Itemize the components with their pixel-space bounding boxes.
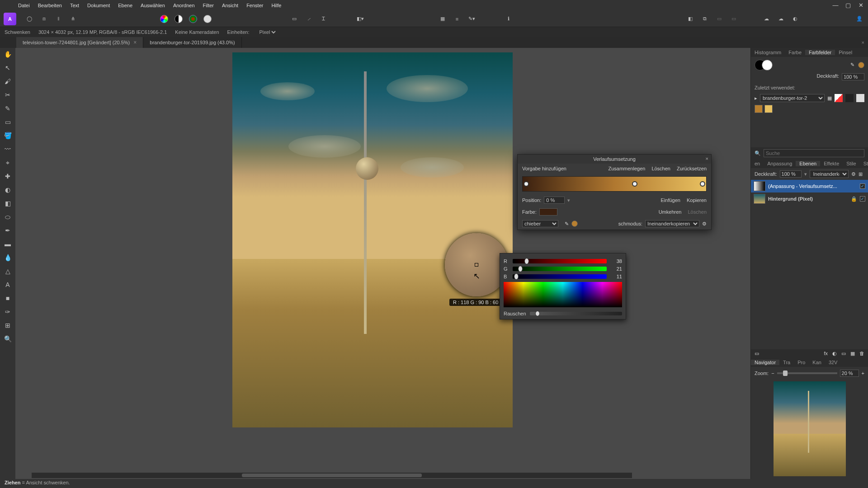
stepper-icon[interactable]: ▾	[804, 171, 807, 177]
menu-item[interactable]: Text	[70, 3, 79, 8]
minimize-icon[interactable]: —	[832, 2, 839, 9]
grid-icon[interactable]: ▦	[827, 95, 832, 101]
navigator-thumbnail[interactable]	[774, 381, 846, 476]
zoom-out-icon[interactable]: −	[771, 371, 774, 376]
stepper-icon[interactable]: ▾	[567, 197, 570, 203]
canvas-viewport[interactable]: ↖ R : 118 G : 90 B : 60 Verlaufsumsetzun…	[15, 48, 750, 479]
search-input[interactable]	[764, 149, 864, 157]
panel-tab[interactable]: Navigator	[751, 360, 779, 365]
lasso-icon[interactable]: ⟋	[304, 14, 314, 24]
zoom-tool-icon[interactable]: 🔍	[3, 335, 12, 344]
panel-tab[interactable]: 32V	[825, 360, 841, 365]
noise-slider[interactable]	[530, 312, 622, 315]
shape-tool-icon[interactable]: ■	[3, 295, 12, 304]
adjust-icon[interactable]: ◐	[832, 351, 837, 357]
zoom-input[interactable]	[840, 370, 859, 377]
color-swatch[interactable]	[539, 208, 557, 216]
panel-tab[interactable]: Kan	[809, 360, 825, 365]
pen-tool-icon[interactable]: ✒	[3, 227, 12, 236]
triangle-icon[interactable]: ▸	[755, 95, 757, 101]
layer-row[interactable]: (Anpassung - Verlaufsumsetz...	[751, 180, 868, 192]
cube-icon[interactable]: ⧈	[39, 14, 49, 24]
swatch-icon[interactable]	[858, 62, 864, 68]
maximize-icon[interactable]: ▢	[844, 2, 852, 9]
invert-button[interactable]: Umkehren	[659, 209, 682, 215]
lock-icon[interactable]: ⊞	[859, 171, 863, 177]
refresh-icon[interactable]: ◯	[24, 14, 34, 24]
red-slider[interactable]	[513, 259, 607, 263]
panel-tab[interactable]: Anpassung	[764, 161, 796, 166]
brush-tool-icon[interactable]: 🖌	[3, 78, 12, 87]
panel-tab[interactable]: Ebenen	[796, 161, 820, 166]
gradient-tool-icon[interactable]: ▬	[3, 240, 12, 249]
plain-circle-icon[interactable]	[203, 14, 212, 24]
hand-tool-icon[interactable]: ✋	[3, 51, 12, 60]
units-select[interactable]: Pixel	[257, 29, 277, 35]
swatch-preset[interactable]	[845, 94, 854, 102]
close-icon[interactable]: ✕	[857, 2, 864, 9]
marquee-icon[interactable]: ▭	[289, 14, 299, 24]
trash-icon[interactable]: 🗑	[859, 351, 864, 357]
delete-button[interactable]: Löschen	[651, 166, 670, 171]
heal-tool-icon[interactable]: ✚	[3, 173, 12, 182]
gradient-stop[interactable]	[632, 181, 637, 187]
cloud1-icon[interactable]: ☁	[761, 14, 771, 24]
panel-tab[interactable]: Pinsel	[835, 50, 856, 55]
visibility-checkbox[interactable]	[860, 196, 865, 202]
menu-item[interactable]: Anordnen	[173, 3, 195, 8]
move-tool-icon[interactable]: ↖	[3, 64, 12, 73]
layer-row[interactable]: Hintergrund (Pixel) 🔒	[751, 192, 868, 205]
gear-icon[interactable]: ⚙	[851, 171, 856, 177]
menu-item[interactable]: Hilfe	[271, 3, 281, 8]
bw-circle-icon[interactable]	[174, 14, 184, 24]
blue-slider[interactable]	[513, 274, 607, 279]
eraser-tool-icon[interactable]: ◧	[3, 200, 12, 209]
panel-tab[interactable]: Farbe	[785, 50, 805, 55]
menu-item[interactable]: Bearbeiten	[38, 3, 62, 8]
text-tool-icon[interactable]: A	[3, 281, 12, 290]
recent-swatch[interactable]	[755, 105, 763, 113]
swatch-preset[interactable]	[835, 94, 843, 102]
delete-stop-button[interactable]: Löschen	[688, 209, 707, 215]
eyedropper-icon[interactable]: ✎	[850, 62, 854, 68]
gradient-map-dialog[interactable]: Verlaufsumsetzung × Vorgabe hinzufügen Z…	[517, 154, 712, 230]
menu-item[interactable]: Datei	[18, 3, 30, 8]
reset-button[interactable]: Zurücksetzen	[677, 166, 707, 171]
close-all-icon[interactable]: ×	[862, 40, 864, 45]
text-cursor-icon[interactable]: Ꮖ	[318, 14, 328, 24]
gear-icon[interactable]: ⚙	[702, 221, 707, 227]
close-tab-icon[interactable]: ×	[133, 39, 137, 46]
zoom-slider[interactable]	[777, 372, 837, 374]
insert-button[interactable]: Einfügen	[661, 197, 680, 203]
group-icon[interactable]: ▭	[841, 351, 846, 357]
layer-mask-icon[interactable]: ▭	[755, 351, 759, 357]
slider-mode-select[interactable]: chieber	[522, 220, 558, 227]
fg-bg-swatches[interactable]	[755, 60, 773, 70]
document-tab[interactable]: television-tower-7244801.jpg [Geändert] …	[16, 37, 143, 48]
color-spectrum[interactable]	[504, 282, 622, 307]
clone-tool-icon[interactable]: ⌖	[3, 159, 12, 168]
asset-select[interactable]: brandenburger-tor-2	[760, 94, 825, 102]
mesh-tool-icon[interactable]: ⊞	[3, 322, 12, 331]
marquee-tool-icon[interactable]: ▭	[3, 118, 12, 127]
layer-dup-icon[interactable]: ⧉	[700, 14, 710, 24]
close-dialog-icon[interactable]: ×	[706, 156, 708, 161]
panel-tab[interactable]: Stock	[860, 161, 868, 166]
layer-opt3-icon[interactable]: ▭	[714, 14, 724, 24]
document-tab[interactable]: brandenburger-tor-201939.jpg (43.0%)	[143, 37, 241, 48]
panel-tab[interactable]: Farbfelder	[805, 50, 835, 55]
menu-item[interactable]: Ebene	[118, 3, 132, 8]
info-icon[interactable]: ℹ	[504, 14, 514, 24]
sharpen-tool-icon[interactable]: △	[3, 267, 12, 277]
blend-mode-select[interactable]: Ineinanderkopieren	[645, 220, 699, 227]
waveform-icon[interactable]: ⦀	[53, 14, 63, 24]
gradient-stop[interactable]	[524, 181, 529, 187]
fill-tool-icon[interactable]: 🪣	[3, 132, 12, 141]
grid-icon[interactable]: ▦	[438, 14, 448, 24]
account-icon[interactable]: 👤	[854, 14, 864, 24]
layer-opt4-icon[interactable]: ▭	[729, 14, 739, 24]
add-layer-icon[interactable]: ▦	[850, 351, 855, 357]
zoom-in-icon[interactable]: +	[862, 371, 864, 376]
panel-tab[interactable]: Stile	[843, 161, 859, 166]
crop-icon[interactable]: ◧▾	[355, 14, 365, 24]
